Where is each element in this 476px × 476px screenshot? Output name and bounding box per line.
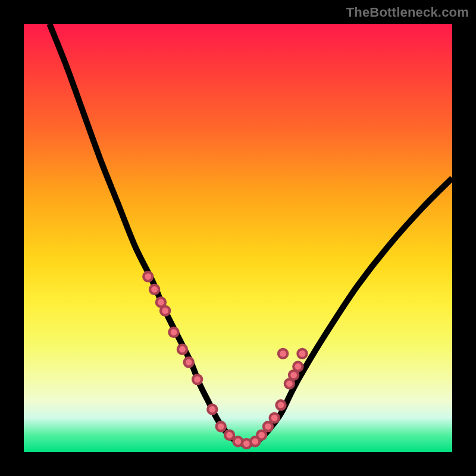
highlighted-point (293, 362, 302, 371)
highlighted-points-group (143, 272, 306, 448)
highlighted-point (161, 306, 170, 315)
chart-container: TheBottleneck.com (0, 0, 476, 476)
chart-svg (24, 24, 452, 452)
highlighted-point (150, 285, 159, 294)
highlighted-point (276, 400, 285, 409)
highlighted-point (264, 422, 273, 431)
highlighted-point (298, 349, 306, 358)
bottleneck-curve (49, 24, 452, 444)
highlighted-point (225, 431, 234, 440)
highlighted-point (278, 349, 287, 358)
highlighted-point (257, 431, 266, 440)
highlighted-point (184, 358, 193, 367)
highlighted-point (193, 375, 202, 384)
highlighted-point (270, 414, 279, 422)
highlighted-point (169, 328, 178, 337)
highlighted-point (217, 422, 226, 431)
highlighted-point (208, 405, 217, 414)
watermark-label: TheBottleneck.com (346, 5, 469, 20)
plot-area (24, 24, 452, 452)
highlighted-point (178, 345, 187, 354)
highlighted-point (143, 272, 152, 281)
